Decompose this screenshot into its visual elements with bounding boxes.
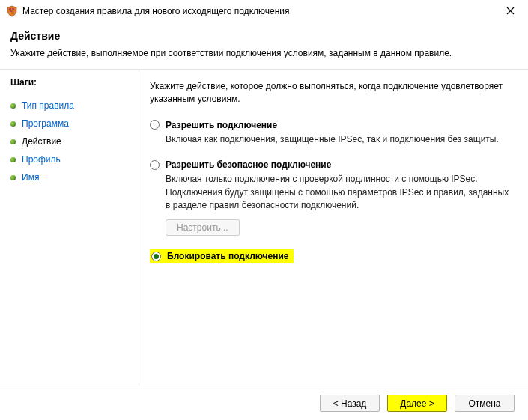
option-allow-row[interactable]: Разрешить подключение: [150, 120, 512, 130]
svg-rect-1: [12, 8, 14, 10]
option-allow-label: Разрешить подключение: [166, 120, 277, 130]
option-allow-secure: Разрешить безопасное подключение Включая…: [150, 159, 512, 236]
steps-sidebar: Шаги: Тип правила Программа Действие Про…: [0, 70, 139, 386]
step-label: Действие: [22, 136, 61, 147]
step-label: Программа: [22, 118, 69, 129]
radio-icon[interactable]: [150, 120, 160, 130]
option-allow: Разрешить подключение Включая как подклю…: [150, 120, 512, 146]
bullet-icon: [10, 103, 16, 109]
svg-rect-2: [10, 10, 13, 12]
step-action: Действие: [10, 133, 131, 150]
bullet-icon: [10, 157, 16, 162]
configure-wrap: Настроить...: [166, 219, 512, 236]
wizard-body: Шаги: Тип правила Программа Действие Про…: [0, 70, 528, 386]
radio-icon[interactable]: [151, 252, 161, 261]
option-block-label: Блокировать подключение: [167, 251, 289, 261]
bullet-icon: [10, 175, 16, 180]
wizard-footer: < Назад Далее > Отмена: [0, 386, 528, 420]
step-rule-type[interactable]: Тип правила: [10, 97, 131, 115]
page-subtitle: Укажите действие, выполняемое при соотве…: [10, 48, 518, 58]
next-button[interactable]: Далее >: [387, 395, 447, 412]
page-title: Действие: [10, 30, 518, 42]
bullet-icon: [10, 121, 16, 127]
step-program[interactable]: Программа: [10, 115, 131, 133]
option-allow-secure-row[interactable]: Разрешить безопасное подключение: [150, 159, 512, 170]
bullet-icon: [10, 139, 16, 144]
step-name[interactable]: Имя: [10, 168, 131, 186]
option-block: Блокировать подключение: [150, 249, 512, 263]
wizard-content: Укажите действие, которое должно выполня…: [139, 70, 528, 386]
wizard-header: Действие Укажите действие, выполняемое п…: [0, 22, 528, 63]
close-icon[interactable]: [500, 2, 521, 20]
window-title: Мастер создания правила для нового исход…: [22, 6, 500, 16]
wizard-window: { "titlebar": { "title": "Мастер создани…: [0, 0, 528, 420]
step-label: Профиль: [22, 154, 61, 165]
step-label: Имя: [22, 172, 39, 183]
svg-rect-0: [9, 8, 11, 10]
titlebar: Мастер создания правила для нового исход…: [0, 0, 528, 22]
back-button[interactable]: < Назад: [320, 395, 380, 412]
cancel-button[interactable]: Отмена: [455, 395, 515, 412]
step-profile[interactable]: Профиль: [10, 150, 131, 168]
step-label: Тип правила: [22, 100, 74, 111]
steps-heading: Шаги:: [10, 77, 131, 88]
option-allow-secure-label: Разрешить безопасное подключение: [166, 159, 331, 170]
configure-button: Настроить...: [166, 219, 240, 236]
radio-icon[interactable]: [150, 160, 160, 170]
option-allow-secure-desc: Включая только подключения с проверкой п…: [166, 173, 510, 212]
option-allow-desc: Включая как подключения, защищенные IPSe…: [166, 133, 510, 146]
option-block-row[interactable]: Блокировать подключение: [150, 249, 294, 263]
firewall-icon: [6, 5, 18, 17]
content-intro: Укажите действие, которое должно выполня…: [150, 80, 512, 106]
